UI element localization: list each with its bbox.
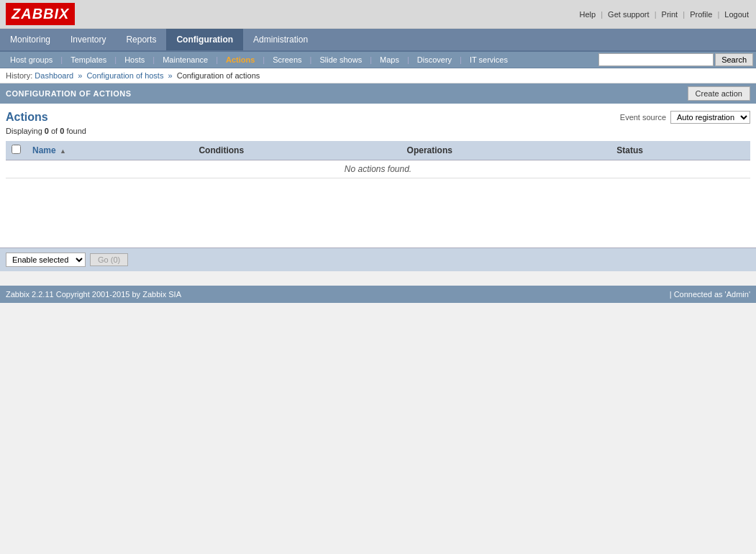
table-header-row: Name ▲ Conditions Operations Status [6,141,750,160]
actions-table: Name ▲ Conditions Operations Status No a… [6,141,750,178]
breadcrumb-config-hosts[interactable]: Configuration of hosts [86,71,163,80]
header-operations: Operations [401,141,611,160]
content: Actions Event source Auto registration T… [0,104,756,248]
event-source-area: Event source Auto registration Triggers … [620,111,750,124]
subnav-maintenance[interactable]: Maintenance [155,52,215,68]
footer-connected: | Connected as 'Admin' [670,290,750,299]
header-checkbox-col [6,141,27,160]
footer: Zabbix 2.2.11 Copyright 2001-2015 by Zab… [0,286,756,303]
subnav-host-groups[interactable]: Host groups [3,52,60,68]
subnav-slide-shows[interactable]: Slide shows [312,52,369,68]
displaying-count: Displaying 0 of 0 found [6,127,750,135]
sub-nav: Host groups | Templates | Hosts | Mainte… [0,52,756,68]
page-title-bar: CONFIGURATION OF ACTIONS Create action [0,83,756,104]
event-source-label: Event source [620,113,666,122]
no-data-row: No actions found. [6,160,750,178]
enable-select[interactable]: Enable selected Disable selected Delete … [6,253,86,267]
subnav-templates[interactable]: Templates [63,52,114,68]
logo: ZABBIX [6,3,75,25]
history-label: History: [6,71,32,80]
search-area: Search [598,53,753,66]
actions-title: Actions [6,111,48,124]
profile-link[interactable]: Profile [690,10,712,19]
create-action-button[interactable]: Create action [688,86,750,101]
header-conditions: Conditions [193,141,401,160]
subnav-hosts[interactable]: Hosts [117,52,152,68]
nav-reports[interactable]: Reports [116,29,166,50]
help-link[interactable]: Help [579,10,596,19]
print-link[interactable]: Print [662,10,678,19]
breadcrumb-current: Configuration of actions [177,71,260,80]
go-button[interactable]: Go (0) [90,253,128,266]
actions-header: Actions Event source Auto registration T… [6,111,750,124]
no-data-message: No actions found. [6,160,750,178]
nav-monitoring[interactable]: Monitoring [0,29,60,50]
bottom-action-bar: Enable selected Disable selected Delete … [0,248,756,271]
name-sort-link[interactable]: Name [32,145,56,155]
footer-copyright: Zabbix 2.2.11 Copyright 2001-2015 by Zab… [6,290,181,299]
top-links: Help | Get support | Print | Profile | L… [578,10,750,19]
header-name: Name ▲ [27,141,193,160]
get-support-link[interactable]: Get support [608,10,649,19]
subnav-maps[interactable]: Maps [373,52,406,68]
event-source-select[interactable]: Auto registration Triggers Discovery Int… [670,111,750,124]
page-title: CONFIGURATION OF ACTIONS [6,89,132,98]
subnav-discovery[interactable]: Discovery [410,52,459,68]
breadcrumb-dashboard[interactable]: Dashboard [35,71,73,80]
nav-configuration[interactable]: Configuration [166,29,243,50]
search-input[interactable] [598,53,714,66]
nav-administration[interactable]: Administration [243,29,318,50]
select-all-checkbox[interactable] [12,145,21,154]
nav-inventory[interactable]: Inventory [60,29,116,50]
main-nav: Monitoring Inventory Reports Configurati… [0,29,756,52]
search-button[interactable]: Search [715,53,753,66]
subnav-actions[interactable]: Actions [219,52,262,68]
header-status: Status [611,141,750,160]
subnav-screens[interactable]: Screens [265,52,309,68]
top-bar: ZABBIX Help | Get support | Print | Prof… [0,0,756,29]
breadcrumb: History: Dashboard » Configuration of ho… [0,68,756,83]
sort-icon: ▲ [60,147,66,155]
logout-link[interactable]: Logout [724,10,749,19]
subnav-it-services[interactable]: IT services [463,52,515,68]
